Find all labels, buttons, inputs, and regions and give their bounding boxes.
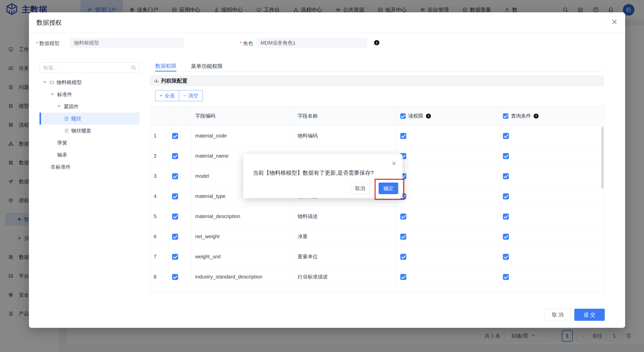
caret-down-icon[interactable] xyxy=(43,81,47,83)
query-condition-checkbox[interactable] xyxy=(503,274,509,280)
field-code-cell: net_weight xyxy=(192,227,294,247)
confirm-ok-button[interactable]: 确定 xyxy=(379,183,398,194)
role-label: 角色 xyxy=(240,40,253,47)
tree-node-wire-thread-insert[interactable]: 钢丝螺套 xyxy=(39,125,139,137)
table-row: 6 net_weight 净重 xyxy=(150,227,604,247)
row-checkbox[interactable] xyxy=(172,214,178,220)
tree-node-non-standard-parts[interactable]: 非标准件 xyxy=(39,161,139,173)
row-number: 8 xyxy=(150,267,169,287)
query-condition-checkbox[interactable] xyxy=(503,173,509,179)
select-all-button[interactable]: + 全选 xyxy=(155,90,179,101)
row-checkbox[interactable] xyxy=(172,234,178,240)
info-icon xyxy=(426,114,431,119)
table-scrollbar[interactable] xyxy=(601,127,603,189)
folder-icon xyxy=(50,80,54,85)
selection-buttons: + 全选 − 清空 xyxy=(155,90,203,101)
query-condition-checkbox[interactable] xyxy=(503,193,509,199)
field-code-cell: weight_unit xyxy=(192,247,294,267)
field-name-cell: 行业标准描述 xyxy=(294,267,397,287)
tree-node-fasteners[interactable]: 紧固件 xyxy=(39,100,139,113)
read-permission-checkbox[interactable] xyxy=(400,274,406,280)
close-icon[interactable] xyxy=(611,18,618,26)
query-condition-checkbox[interactable] xyxy=(503,234,509,240)
data-model-label: 数据模型 xyxy=(36,40,59,47)
modal-submit-button[interactable]: 提 交 xyxy=(574,309,605,321)
tab-menu-permission[interactable]: 菜单功能权限 xyxy=(191,61,223,72)
table-row: 7 weight_unit 重量单位 xyxy=(150,247,604,267)
field-permission-table: 字段编码 字段名称 读权限 查询条件 1 material_code 物料编码 … xyxy=(150,106,604,293)
data-model-field[interactable] xyxy=(70,38,184,48)
tree-node-material-root-model[interactable]: 物料根模型 xyxy=(39,76,139,88)
header-field-name: 字段名称 xyxy=(294,106,397,126)
caret-down-icon[interactable] xyxy=(57,105,61,108)
tree-node-bearing[interactable]: 轴承 xyxy=(39,149,139,161)
tree-nodes: 物料根模型标准件紧固件螺丝钢丝螺套弹簧轴承非标准件 xyxy=(39,76,139,173)
field-name-cell: 重量单位 xyxy=(294,247,397,267)
doc-gray-icon xyxy=(64,128,69,133)
row-checkbox[interactable] xyxy=(172,133,178,139)
row-checkbox[interactable] xyxy=(172,193,178,199)
divider xyxy=(29,33,625,33)
field-code-cell: material_description xyxy=(192,206,294,226)
table-row: 5 material_description 物料描述 xyxy=(150,206,604,227)
read-permission-checkbox[interactable] xyxy=(400,234,406,240)
read-permission-header-checkbox[interactable] xyxy=(400,113,406,119)
row-number: 7 xyxy=(150,247,169,267)
clear-button[interactable]: − 清空 xyxy=(179,90,203,101)
query-condition-checkbox[interactable] xyxy=(503,133,509,139)
column-permission-section: 列权限配置 xyxy=(150,75,604,86)
row-number: 4 xyxy=(150,186,169,206)
row-number: 3 xyxy=(150,166,169,186)
table-row: 1 material_code 物料编码 xyxy=(150,126,604,146)
info-icon xyxy=(374,40,379,45)
query-condition-header-checkbox[interactable] xyxy=(503,113,508,119)
row-checkbox[interactable] xyxy=(172,173,178,179)
read-permission-checkbox[interactable] xyxy=(400,254,406,260)
role-field[interactable] xyxy=(257,38,367,48)
search-icon xyxy=(131,65,136,72)
row-checkbox[interactable] xyxy=(172,153,178,159)
table-row: 8 industry_standard_description 行业标准描述 xyxy=(150,267,604,287)
caret-down-icon[interactable] xyxy=(51,93,54,95)
tree-node-spring[interactable]: 弹簧 xyxy=(39,137,139,149)
row-checkbox[interactable] xyxy=(172,254,178,260)
search-input[interactable] xyxy=(39,62,139,73)
row-number: 1 xyxy=(150,126,169,146)
query-condition-checkbox[interactable] xyxy=(503,153,509,159)
read-permission-checkbox[interactable] xyxy=(400,214,406,220)
modal-cancel-button[interactable]: 取 消 xyxy=(544,309,571,321)
tree-node-standard-parts[interactable]: 标准件 xyxy=(39,88,139,100)
field-code-cell: industry_standard_description xyxy=(192,267,294,287)
modal-title: 数据授权 xyxy=(36,18,62,27)
plus-icon: + xyxy=(160,93,163,99)
confirm-message: 当前【物料根模型】数据有了更新,是否需要保存? xyxy=(253,169,374,177)
tree-node-screw[interactable]: 螺丝 xyxy=(39,113,139,125)
query-condition-checkbox[interactable] xyxy=(503,214,509,220)
field-code-cell: material_code xyxy=(192,126,294,146)
field-name-cell: 物料编码 xyxy=(294,126,397,146)
header-read-permission: 读权限 xyxy=(408,113,423,119)
query-condition-checkbox[interactable] xyxy=(503,254,509,260)
minus-icon: − xyxy=(183,93,186,99)
header-query-condition: 查询条件 xyxy=(511,113,531,119)
table-body: 1 material_code 物料编码 2 material_name 3 m… xyxy=(150,126,604,287)
read-permission-checkbox[interactable] xyxy=(400,133,406,139)
chart-bars-icon xyxy=(154,78,159,83)
tabs: 数据权限菜单功能权限 xyxy=(150,61,604,72)
table-header: 字段编码 字段名称 读权限 查询条件 xyxy=(150,106,604,126)
row-number: 2 xyxy=(150,146,169,166)
model-tree-panel: 物料根模型标准件紧固件螺丝钢丝螺套弹簧轴承非标准件 xyxy=(39,62,139,173)
field-name-cell: 物料描述 xyxy=(294,206,397,226)
confirm-cancel-button[interactable]: 取消 xyxy=(350,183,370,194)
info-icon xyxy=(534,114,539,119)
doc-blue-icon xyxy=(64,116,69,121)
row-checkbox[interactable] xyxy=(172,274,178,280)
row-number: 6 xyxy=(150,227,169,247)
field-name-cell: 净重 xyxy=(294,227,397,247)
row-number: 5 xyxy=(150,206,169,226)
header-field-code: 字段编码 xyxy=(192,106,294,126)
confirm-dialog: 当前【物料根模型】数据有了更新,是否需要保存? 取消 确定 xyxy=(243,154,403,198)
close-icon[interactable] xyxy=(391,161,396,167)
tab-data-permission[interactable]: 数据权限 xyxy=(155,61,176,72)
